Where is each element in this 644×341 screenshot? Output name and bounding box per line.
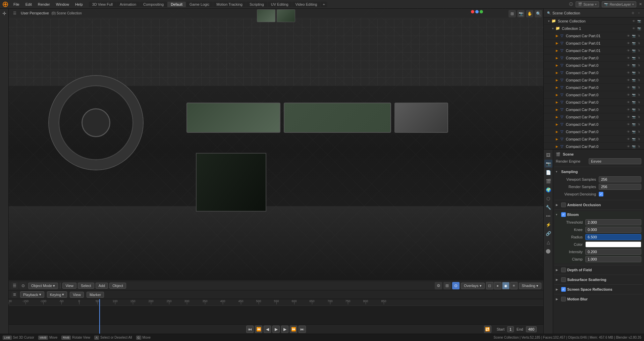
tab-videoediting[interactable]: Video Editing: [292, 2, 321, 7]
vis-7[interactable]: 👁: [626, 85, 631, 90]
timeline-playhead[interactable]: [99, 299, 100, 334]
vis-9[interactable]: 👁: [626, 100, 631, 105]
play-btn[interactable]: ▶: [272, 326, 280, 333]
viewport-grid-icon[interactable]: ⊞: [443, 282, 451, 289]
obj-row-13[interactable]: ▶ ▽ Compact Car Part.0 👁 📷 🖱: [544, 128, 644, 135]
menu-window[interactable]: Window: [53, 2, 72, 7]
vis-11[interactable]: 👁: [626, 115, 631, 119]
tab-compositing[interactable]: Compositing: [140, 2, 167, 7]
tab-gamelogic[interactable]: Game Logic: [186, 2, 213, 7]
dof-checkbox[interactable]: [561, 268, 566, 272]
obj-row-11[interactable]: ▶ ▽ Compact Car Part.0 👁 📷 🖱: [544, 113, 644, 121]
outliner-filter-icon[interactable]: ⚙: [631, 11, 635, 15]
ren-12[interactable]: 📷: [631, 122, 636, 127]
ren-1[interactable]: 📷: [631, 41, 636, 46]
obj-row-10[interactable]: ▶ ▽ Compact Car Part.0 👁 📷 🖱: [544, 106, 644, 113]
obj-row-4[interactable]: ▶ ▽ Compact Car Part.0 👁 📷 🖱: [544, 62, 644, 69]
wireframe-btn[interactable]: ⊡: [486, 282, 493, 289]
tab-3dviewfull[interactable]: 3D View Full: [89, 2, 116, 7]
mb-section-header[interactable]: ▶ Motion Blur: [554, 296, 643, 302]
overlays-btn[interactable]: Overlays ▾: [461, 283, 484, 289]
ren-5[interactable]: 📷: [631, 70, 636, 75]
pin-icon[interactable]: ✕: [639, 2, 642, 6]
bloom-section-header[interactable]: ▾ ✓ Bloom: [554, 211, 643, 218]
ren-0[interactable]: 📷: [631, 34, 636, 38]
clamp-value[interactable]: 1.000: [585, 256, 641, 262]
ren-9[interactable]: 📷: [631, 100, 636, 105]
sel-12[interactable]: 🖱: [637, 122, 641, 127]
vis-14[interactable]: 👁: [626, 137, 631, 141]
view-layer-props-icon[interactable]: 📄: [544, 168, 552, 176]
vis-10[interactable]: 👁: [626, 107, 631, 112]
vis-1[interactable]: 👁: [626, 41, 631, 46]
material-btn[interactable]: ◉: [502, 282, 509, 289]
camera-icon[interactable]: 📷: [517, 10, 525, 17]
sel-2[interactable]: 🖱: [637, 48, 641, 53]
obj-row-3[interactable]: ▶ ▽ Compact Car Part.0 👁 📷 🖱: [544, 54, 644, 62]
view-btn[interactable]: View: [62, 283, 76, 289]
playback-btn[interactable]: Playback ▾: [20, 291, 44, 298]
menu-render[interactable]: Render: [35, 2, 53, 7]
camera-render-icon[interactable]: 📷: [637, 19, 641, 23]
data-props-icon[interactable]: △: [544, 238, 552, 246]
ren-10[interactable]: 📷: [631, 107, 636, 112]
render-props-icon[interactable]: 🖼: [544, 151, 552, 159]
sel-0[interactable]: 🖱: [637, 34, 641, 38]
sel-11[interactable]: 🖱: [637, 115, 641, 119]
visibility-icon-c1[interactable]: 👁: [631, 26, 636, 31]
threshold-value[interactable]: 2.000: [585, 219, 641, 225]
obj-row-8[interactable]: ▶ ▽ Compact Car Part.0 👁 📷 🖱: [544, 91, 644, 99]
prev-frame-btn[interactable]: ⏪: [255, 326, 262, 333]
ssr-section-header[interactable]: ▶ ✓ Screen Space Reflections: [554, 286, 643, 293]
ren-4[interactable]: 📷: [631, 63, 636, 68]
ren-2[interactable]: 📷: [631, 48, 636, 53]
blender-logo-icon[interactable]: [2, 1, 9, 8]
sel-9[interactable]: 🖱: [637, 100, 641, 105]
viewport-samples-value[interactable]: 256: [599, 176, 641, 182]
add-btn[interactable]: Add: [96, 283, 108, 289]
viewport-scene-icon[interactable]: ⊙: [452, 282, 460, 289]
end-frame[interactable]: 480: [526, 326, 537, 332]
obj-row-1[interactable]: ▶ ▽ Compact Car Part.01 👁 📷 🖱: [544, 40, 644, 47]
tab-scripting[interactable]: Scripting: [246, 2, 267, 7]
vis-13[interactable]: 👁: [626, 129, 631, 134]
color-value[interactable]: [585, 241, 641, 247]
ren-3[interactable]: 📷: [631, 56, 636, 60]
sel-5[interactable]: 🖱: [637, 70, 641, 75]
sel-10[interactable]: 🖱: [637, 107, 641, 112]
object-btn[interactable]: Object: [109, 283, 126, 289]
ren-11[interactable]: 📷: [631, 115, 636, 119]
scene-props-icon[interactable]: 🎬: [544, 177, 552, 185]
timeline-menu-icon[interactable]: ☰: [11, 292, 17, 298]
viewport-denoising-checkbox[interactable]: ✓: [599, 192, 603, 196]
viewport-mode-icon[interactable]: ⊙: [19, 282, 27, 289]
vis-5[interactable]: 👁: [626, 70, 631, 75]
obj-row-2[interactable]: ▶ ▽ Compact Car Part.01 👁 📷 🖱: [544, 47, 644, 54]
marker-btn[interactable]: Marker: [87, 292, 104, 298]
solid-btn[interactable]: ●: [494, 282, 501, 289]
keying-btn[interactable]: Keying ▾: [47, 291, 67, 298]
radius-value[interactable]: 6.500: [585, 234, 641, 240]
object-mode-btn[interactable]: Object Mode ▾: [28, 283, 58, 289]
sel-8[interactable]: 🖱: [637, 93, 641, 97]
obj-row-9[interactable]: ▶ ▽ Compact Car Part.0 👁 📷 🖱: [544, 99, 644, 106]
hand-icon[interactable]: ✋: [526, 10, 533, 17]
knee-value[interactable]: 0.000: [585, 227, 641, 233]
vis-6[interactable]: 👁: [626, 78, 631, 82]
world-props-icon[interactable]: 🌍: [544, 186, 552, 194]
loop-icon[interactable]: 🔁: [484, 326, 491, 333]
render-layer-selector[interactable]: 📷 RenderLayer ▾: [602, 1, 636, 7]
menu-file[interactable]: File: [11, 2, 22, 7]
render-samples-value[interactable]: 256: [599, 184, 641, 190]
start-frame[interactable]: 1: [507, 326, 514, 332]
obj-row-7[interactable]: ▶ ▽ Compact Car Part.0 👁 📷 🖱: [544, 84, 644, 91]
vis-15[interactable]: 👁: [626, 144, 631, 149]
menu-help[interactable]: Help: [72, 2, 86, 7]
select-btn[interactable]: Select: [78, 283, 94, 289]
sel-7[interactable]: 🖱: [637, 85, 641, 90]
obj-row-5[interactable]: ▶ ▽ Compact Car Part.0 👁 📷 🖱: [544, 69, 644, 76]
sel-6[interactable]: 🖱: [637, 78, 641, 82]
obj-row-14[interactable]: ▶ ▽ Compact Car Part.0 👁 📷 🖱: [544, 135, 644, 143]
viewport-menu-btn[interactable]: ☰: [11, 282, 18, 289]
menu-edit[interactable]: Edit: [23, 2, 35, 7]
